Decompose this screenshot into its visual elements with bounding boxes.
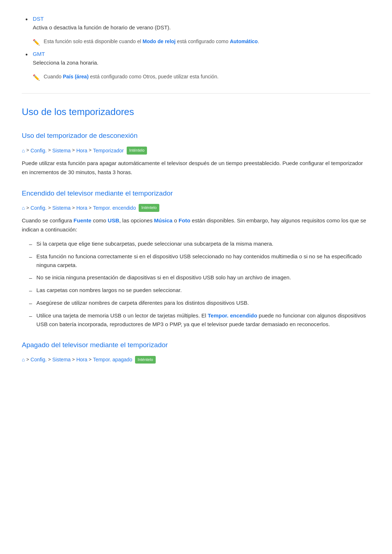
section-encendido: Encendido del televisor mediante el temp… <box>22 188 370 329</box>
sep4-s1: > <box>89 147 92 154</box>
sep1-s2: > <box>26 204 29 212</box>
dash-sym-5: – <box>29 299 32 308</box>
s2-p1-link3[interactable]: Música <box>154 217 172 223</box>
breadcrumb-settings-s2[interactable]: Config. <box>30 204 46 212</box>
dash-item-6: – Utilice una tarjeta de memoria USB o u… <box>29 311 370 329</box>
breadcrumb-sistema-s1[interactable]: Sistema <box>52 147 71 155</box>
dst-section: • DST Activa o desactiva la función de h… <box>22 15 370 82</box>
dash-item-3: – No se inicia ninguna presentación de d… <box>29 273 370 282</box>
dash-list-s2: – Si la carpeta que elige tiene subcarpe… <box>29 239 370 329</box>
breadcrumb-settings-s1[interactable]: Config. <box>30 147 46 155</box>
dst-content: DST Activa o desactiva la función de hor… <box>33 15 370 47</box>
sep1-s3: > <box>26 356 29 364</box>
dash-item-2: – Esta función no funciona correctamente… <box>29 252 370 270</box>
dst-title[interactable]: DST <box>33 16 44 22</box>
dash-text-5: Asegúrese de utilizar nombres de carpeta… <box>36 299 370 307</box>
dash-text-6: Utilice una tarjeta de memoria USB o un … <box>36 311 370 329</box>
section1-heading: Uso del temporizador de desconexión <box>22 130 370 141</box>
section3-heading: Apagado del televisor mediante el tempor… <box>22 340 370 350</box>
s2-p1-mid3: o <box>172 217 179 223</box>
sep3-s3: > <box>72 356 75 364</box>
gmt-title[interactable]: GMT <box>33 51 45 57</box>
gmt-bullet: • GMT Selecciona la zona horaria. ✏️ Cua… <box>25 50 370 82</box>
sep1-s1: > <box>26 147 29 154</box>
dash6-link[interactable]: Tempor. encendido <box>208 312 257 319</box>
sep4-s3: > <box>89 356 92 364</box>
sep3-s2: > <box>72 204 75 212</box>
badge-intentelo-s2[interactable]: Inténtelo <box>139 204 159 212</box>
dash-text-3: No se inicia ninguna presentación de dia… <box>36 273 370 282</box>
home-icon-s3: ⌂ <box>22 356 25 364</box>
dst-note-link1[interactable]: Modo de reloj <box>143 38 176 44</box>
section2-breadcrumb: ⌂ > Config. > Sistema > Hora > Tempor. e… <box>22 204 370 212</box>
dash-text-2: Esta función no funciona correctamente s… <box>36 252 370 270</box>
breadcrumb-sistema-s2[interactable]: Sistema <box>52 204 71 212</box>
dash-item-5: – Asegúrese de utilizar nombres de carpe… <box>29 299 370 308</box>
s2-p1-mid1: como <box>91 217 108 223</box>
sep3-s1: > <box>72 147 75 154</box>
dst-bullet: • DST Activa o desactiva la función de h… <box>25 15 370 47</box>
s2-p1-link4[interactable]: Foto <box>179 217 190 223</box>
section2-paragraph1: Cuando se configura Fuente como USB, las… <box>22 216 370 234</box>
section2-heading: Encendido del televisor mediante el temp… <box>22 188 370 199</box>
gmt-note-text: Cuando País (área) está configurado como… <box>44 73 219 81</box>
dash-sym-1: – <box>29 240 32 249</box>
breadcrumb-hora-s3[interactable]: Hora <box>76 356 87 364</box>
bullet-dot: • <box>25 15 28 25</box>
gmt-note-link1[interactable]: País (área) <box>63 74 89 79</box>
section-apagado: Apagado del televisor mediante el tempor… <box>22 340 370 364</box>
section1-breadcrumb: ⌂ > Config. > Sistema > Hora > Temporiza… <box>22 147 370 155</box>
gmt-note: ✏️ Cuando País (área) está configurado c… <box>33 73 370 82</box>
gmt-description: Selecciona la zona horaria. <box>33 58 370 67</box>
breadcrumb-tempor-apagado-s3[interactable]: Tempor. apagado <box>93 356 132 364</box>
dash-item-4: – Las carpetas con nombres largos no se … <box>29 286 370 295</box>
dash-sym-2: – <box>29 253 32 261</box>
section1-paragraph: Puede utilizar esta función para apagar … <box>22 159 370 177</box>
dash-sym-4: – <box>29 286 32 295</box>
sep2-s3: > <box>48 356 51 364</box>
pencil-icon-dst: ✏️ <box>33 38 40 47</box>
dst-note-text: Esta función solo está disponible cuando… <box>44 37 259 45</box>
dash-sym-6: – <box>29 312 32 320</box>
badge-intentelo-s1[interactable]: Inténtelo <box>127 147 147 155</box>
pencil-icon-gmt: ✏️ <box>33 73 40 82</box>
breadcrumb-settings-s3[interactable]: Config. <box>30 356 46 364</box>
dst-description: Activa o desactiva la función de horario… <box>33 23 370 32</box>
breadcrumb-sistema-s3[interactable]: Sistema <box>52 356 71 364</box>
home-icon-s2: ⌂ <box>22 204 25 212</box>
sep2-s2: > <box>48 204 51 212</box>
main-heading: Uso de los temporizadores <box>22 104 370 120</box>
section3-breadcrumb: ⌂ > Config. > Sistema > Hora > Tempor. a… <box>22 356 370 364</box>
gmt-content: GMT Selecciona la zona horaria. ✏️ Cuand… <box>33 50 370 82</box>
dash-text-4: Las carpetas con nombres largos no se pu… <box>36 286 370 295</box>
dash-text-1: Si la carpeta que elige tiene subcarpeta… <box>36 239 370 248</box>
s2-p1-mid2: , las opciones <box>119 217 154 223</box>
badge-intentelo-s3[interactable]: Inténtelo <box>135 356 155 364</box>
dst-note: ✏️ Esta función solo está disponible cua… <box>33 37 370 47</box>
dash-item-1: – Si la carpeta que elige tiene subcarpe… <box>29 239 370 249</box>
breadcrumb-hora-s1[interactable]: Hora <box>76 147 87 155</box>
breadcrumb-hora-s2[interactable]: Hora <box>76 204 87 212</box>
section-desconexion: Uso del temporizador de desconexión ⌂ > … <box>22 130 370 177</box>
bullet-dot-gmt: • <box>25 50 28 60</box>
s2-p1-link2[interactable]: USB <box>108 217 119 223</box>
divider-main <box>22 93 370 94</box>
sep2-s1: > <box>48 147 51 154</box>
dash-sym-3: – <box>29 274 32 282</box>
s2-p1-pre: Cuando se configura <box>22 217 74 223</box>
dst-note-link2[interactable]: Automático <box>230 38 258 44</box>
breadcrumb-tempor-encendido-s2[interactable]: Tempor. encendido <box>93 204 136 212</box>
home-icon-s1: ⌂ <box>22 147 25 155</box>
sep4-s2: > <box>89 204 92 212</box>
s2-p1-link1[interactable]: Fuente <box>74 217 91 223</box>
dash6-pre: Utilice una tarjeta de memoria USB o un … <box>36 312 208 319</box>
breadcrumb-temporizador-s1[interactable]: Temporizador <box>93 147 124 155</box>
